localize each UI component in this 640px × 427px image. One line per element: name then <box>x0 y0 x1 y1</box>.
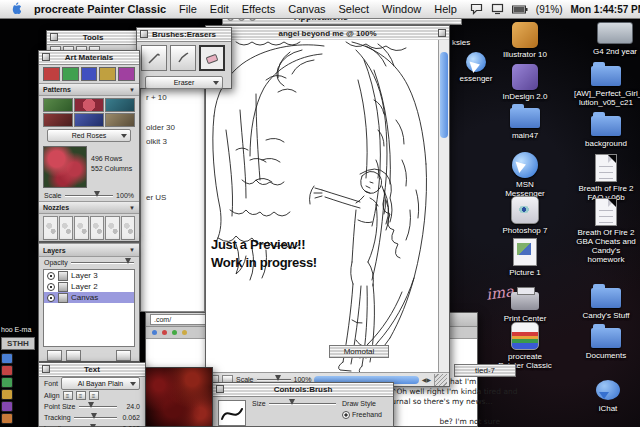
bookmark-icon[interactable] <box>182 330 187 335</box>
texture-image-window[interactable] <box>145 367 213 427</box>
layers-titlebar[interactable]: Layers▼ <box>39 243 139 257</box>
nozzle-swatch[interactable] <box>105 216 120 240</box>
menu-select[interactable]: Select <box>339 3 370 15</box>
menu-help[interactable]: Help <box>434 3 457 15</box>
desktop-icon-painter-classic[interactable]: procreate Painter Classic <box>495 322 555 370</box>
pattern-scale-slider[interactable] <box>65 195 114 197</box>
nozzle-swatch[interactable] <box>90 216 105 240</box>
desktop-icon-candys-stuff[interactable]: Candy's Stuff <box>574 284 638 320</box>
pattern-swatch[interactable] <box>105 98 135 112</box>
layer-row[interactable]: Layer 2 <box>44 281 134 292</box>
font-popup[interactable]: Al Bayan Plain <box>61 377 140 390</box>
nozzle-swatch[interactable] <box>121 216 136 240</box>
trash-button[interactable] <box>116 350 131 361</box>
desktop-icon-fragment-messenger[interactable]: essenger <box>452 52 500 83</box>
desktop-icon-illustrator[interactable]: Illustrator 10 <box>498 22 552 59</box>
bookmark-icon[interactable] <box>152 330 157 335</box>
grad-drawer-icon[interactable] <box>81 67 98 81</box>
pattern-swatch[interactable] <box>43 113 73 127</box>
close-icon[interactable] <box>216 385 224 393</box>
desktop-icon-perfect-girl[interactable]: [AW]_Perfect_Girl_Evo lution_v05_c21 <box>574 62 638 107</box>
file-row[interactable]: r + 10 <box>146 93 167 102</box>
desktop-icon-background[interactable]: background <box>574 112 638 148</box>
desktop-icon-msn-messenger[interactable]: MSN Messenger <box>498 152 552 198</box>
pattern-drawer-icon[interactable] <box>99 67 116 81</box>
nozzle-swatch[interactable] <box>59 216 74 240</box>
pattern-swatch[interactable] <box>105 113 135 127</box>
desktop-icon-fragment-ksies[interactable]: ksies <box>452 38 470 47</box>
launcher-icon[interactable] <box>1 401 13 412</box>
menu-edit[interactable]: Edit <box>210 3 229 15</box>
scroll-arrows-icon[interactable]: ◀▶ <box>422 376 431 383</box>
apple-menu-icon[interactable] <box>8 2 21 16</box>
pattern-swatch[interactable] <box>43 98 73 112</box>
menu-file[interactable]: File <box>179 3 197 15</box>
desktop-icon-bof2-cheats[interactable]: Breath Of Fire 2 GBA Cheats and <box>574 198 638 246</box>
collapsed-window-momotal[interactable]: Momotal <box>329 345 389 358</box>
canvas-titlebar[interactable]: angel beyond me @ 100% <box>206 26 449 41</box>
pattern-swatch[interactable] <box>74 113 104 127</box>
menu-effects[interactable]: Effects <box>242 3 275 15</box>
desktop-icon-hard-drive[interactable]: G4 2nd year <box>592 22 638 56</box>
desktop-icon-photoshop[interactable]: Photoshop 7 <box>498 196 552 235</box>
art-materials-titlebar[interactable]: Art Materials <box>39 51 139 65</box>
menu-clock[interactable]: Mon 1:44:57 PM <box>571 4 640 15</box>
freehand-radio[interactable]: Freehand <box>342 411 382 419</box>
new-layer-button[interactable] <box>47 350 62 361</box>
desktop-icon-candys-homework[interactable]: Candy's homework <box>574 246 638 264</box>
nozzle-swatch[interactable] <box>43 216 58 240</box>
pen-brush-button[interactable] <box>170 45 196 71</box>
resize-grip[interactable] <box>434 374 447 386</box>
collapse-icon[interactable] <box>438 29 446 37</box>
desktop-icon-main47[interactable]: main47 <box>498 104 552 140</box>
pattern-preview[interactable] <box>43 146 87 188</box>
close-icon[interactable] <box>140 30 148 38</box>
battery-menu-icon[interactable] <box>512 5 528 14</box>
chat-menu-icon[interactable] <box>470 3 483 15</box>
canvas-artwork[interactable]: Just a Preview!! Work in progress! <box>206 40 438 374</box>
size-slider[interactable] <box>269 403 336 405</box>
menu-canvas[interactable]: Canvas <box>288 3 325 15</box>
launcher-icon[interactable] <box>1 353 13 364</box>
pencil-brush-button[interactable] <box>141 45 167 71</box>
scale-slider[interactable] <box>257 379 291 381</box>
paper-drawer-icon[interactable] <box>62 67 79 81</box>
layer-row-selected[interactable]: Canvas <box>44 292 134 303</box>
desktop-icon-indesign[interactable]: InDesign 2.0 <box>498 64 552 101</box>
desktop-icon-ichat[interactable]: iChat <box>586 380 630 413</box>
align-right-button[interactable]: ≡ <box>89 391 99 400</box>
text-titlebar[interactable]: Text <box>39 363 145 377</box>
brushes-titlebar[interactable]: Brushes:Erasers <box>137 28 231 42</box>
collapsed-window-untitled7[interactable]: tled-7 <box>454 364 516 377</box>
close-icon[interactable] <box>50 33 58 41</box>
collapsed-window-sthh[interactable]: STHH <box>1 337 35 350</box>
tools-titlebar[interactable]: Tools <box>47 31 139 45</box>
menu-window[interactable]: Window <box>382 3 421 15</box>
pattern-swatch[interactable] <box>74 98 104 112</box>
align-left-button[interactable]: ≡ <box>63 391 73 400</box>
brush-variant-popup[interactable]: Eraser <box>145 76 223 89</box>
desktop-icon-picture1[interactable]: Picture 1 <box>498 238 552 277</box>
battery-percentage[interactable]: (91%) <box>536 4 563 15</box>
align-center-button[interactable]: ≡ <box>76 391 86 400</box>
controls-titlebar[interactable]: Controls:Brush <box>213 383 393 397</box>
launcher-icon[interactable] <box>1 365 13 376</box>
nozzles-section-header[interactable]: Nozzles▼ <box>39 201 139 214</box>
file-row[interactable]: er US <box>146 193 166 202</box>
desktop-icon-print-center[interactable]: Print Center <box>498 286 552 323</box>
color-drawer-icon[interactable] <box>43 67 60 81</box>
app-menu-title[interactable]: procreate Painter Classic <box>34 3 166 15</box>
tracking-slider[interactable] <box>74 417 117 419</box>
eraser-brush-button[interactable] <box>199 45 225 71</box>
bookmark-icon[interactable] <box>162 330 167 335</box>
desktop-icon-bof2-faq[interactable]: Breath of Fire 2 FAQ v.06b <box>574 154 638 202</box>
opacity-slider[interactable] <box>71 262 134 264</box>
vertical-scrollbar[interactable] <box>438 40 449 374</box>
launcher-icon[interactable] <box>1 413 13 424</box>
close-icon[interactable] <box>42 365 50 373</box>
pattern-name-popup[interactable]: Red Roses <box>47 129 131 142</box>
bookmark-icon[interactable] <box>172 330 177 335</box>
point-size-slider[interactable] <box>79 406 117 408</box>
launcher-icon[interactable] <box>1 389 13 400</box>
vertical-scroll-thumb[interactable] <box>440 52 448 138</box>
